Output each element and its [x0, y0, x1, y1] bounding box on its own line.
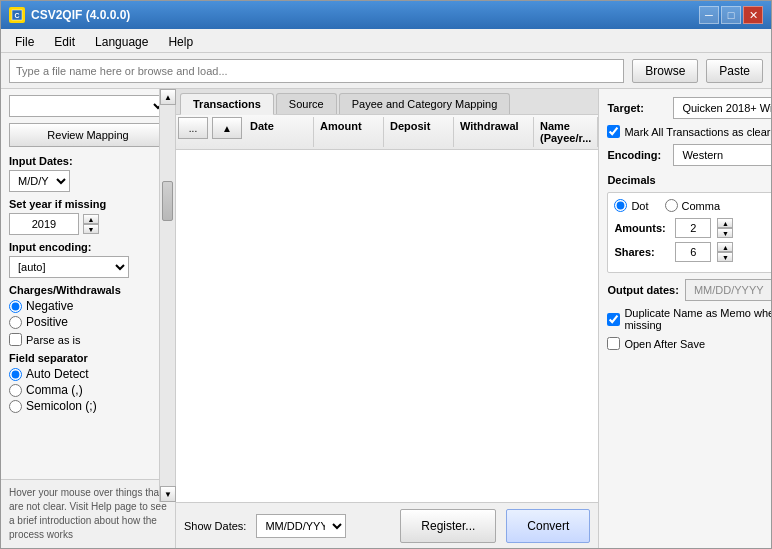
target-dropdown[interactable]: Quicken 2018+ Win	[673, 97, 771, 119]
encoding-right-label: Encoding:	[607, 149, 667, 161]
shares-input[interactable]: 6	[675, 242, 711, 262]
dot-radio[interactable]	[614, 199, 627, 212]
show-dates-label: Show Dates:	[184, 520, 246, 532]
shares-down-button[interactable]: ▼	[717, 252, 733, 262]
encoding-row: [auto]	[9, 256, 167, 278]
tabs: Transactions Source Payee and Category M…	[176, 89, 598, 115]
minimize-button[interactable]: ─	[699, 6, 719, 24]
profile-dropdown[interactable]	[9, 95, 167, 117]
browse-button[interactable]: Browse	[632, 59, 698, 83]
paste-button[interactable]: Paste	[706, 59, 763, 83]
open-after-save-row: Open After Save	[607, 337, 771, 350]
positive-radio[interactable]	[9, 316, 22, 329]
review-mapping-button[interactable]: Review Mapping	[9, 123, 167, 147]
target-row: Target: Quicken 2018+ Win	[607, 97, 771, 119]
title-bar-left: C CSV2QIF (4.0.0.0)	[9, 7, 130, 23]
col-header-date: Date	[244, 117, 314, 147]
dot-label: Dot	[631, 200, 648, 212]
parse-as-is-row: Parse as is	[9, 333, 167, 346]
semicolon-label: Semicolon (;)	[26, 399, 97, 413]
semicolon-radio[interactable]	[9, 400, 22, 413]
title-bar-buttons: ─ □ ✕	[699, 6, 763, 24]
scroll-track	[160, 105, 175, 486]
output-dates-dropdown[interactable]: MM/DD/YYYY	[685, 279, 771, 301]
duplicate-name-label: Duplicate Name as Memo when missing	[624, 307, 771, 331]
decimals-label: Decimals	[607, 174, 771, 186]
menu-file[interactable]: File	[5, 31, 44, 50]
tab-payee-mapping[interactable]: Payee and Category Mapping	[339, 93, 511, 114]
positive-label: Positive	[26, 315, 68, 329]
comma-right-label: Comma	[682, 200, 721, 212]
scroll-thumb[interactable]	[162, 181, 173, 221]
left-panel-footer: Hover your mouse over things that are no…	[1, 479, 175, 548]
mark-all-checkbox[interactable]	[607, 125, 620, 138]
profile-dropdown-row	[9, 95, 167, 117]
convert-button[interactable]: Convert	[506, 509, 590, 543]
comma-radio[interactable]	[9, 384, 22, 397]
separator-radio-group: Auto Detect Comma (,) Semicolon (;)	[9, 367, 167, 413]
negative-label: Negative	[26, 299, 73, 313]
table-btn-dots[interactable]: ...	[178, 117, 208, 139]
menu-help[interactable]: Help	[158, 31, 203, 50]
col-header-name: Name (Payee/r...	[534, 117, 598, 147]
year-row: 2019 ▲ ▼	[9, 213, 167, 235]
date-format-dropdown[interactable]: M/D/Y	[9, 170, 70, 192]
year-up-button[interactable]: ▲	[83, 214, 99, 224]
auto-detect-row: Auto Detect	[9, 367, 167, 381]
menu-language[interactable]: Language	[85, 31, 158, 50]
year-input[interactable]: 2019	[9, 213, 79, 235]
semicolon-row: Semicolon (;)	[9, 399, 167, 413]
encoding-right-dropdown[interactable]: Western	[673, 144, 771, 166]
amounts-spinner: ▲ ▼	[717, 218, 733, 238]
shares-label: Shares:	[614, 246, 669, 258]
table-header: ... ▲ Date Amount Deposit Withdrawal Nam…	[176, 115, 598, 150]
negative-radio[interactable]	[9, 300, 22, 313]
target-label: Target:	[607, 102, 667, 114]
parse-as-is-checkbox[interactable]	[9, 333, 22, 346]
register-button[interactable]: Register...	[400, 509, 496, 543]
main-window: C CSV2QIF (4.0.0.0) ─ □ ✕ File Edit Lang…	[0, 0, 772, 549]
set-year-label: Set year if missing	[9, 198, 167, 210]
comma-row: Comma (,)	[9, 383, 167, 397]
amounts-up-button[interactable]: ▲	[717, 218, 733, 228]
amounts-label: Amounts:	[614, 222, 669, 234]
bottom-bar: Show Dates: MM/DD/YYYY Register... Conve…	[176, 502, 598, 548]
input-encoding-label: Input encoding:	[9, 241, 167, 253]
date-format-dropdown[interactable]: MM/DD/YYYY	[256, 514, 346, 538]
scroll-down-arrow[interactable]: ▼	[160, 486, 176, 502]
amounts-row: Amounts: 2 ▲ ▼	[614, 218, 771, 238]
open-after-save-checkbox[interactable]	[607, 337, 620, 350]
comma-radio[interactable]	[665, 199, 678, 212]
positive-radio-row: Positive	[9, 315, 167, 329]
close-button[interactable]: ✕	[743, 6, 763, 24]
file-input[interactable]	[9, 59, 624, 83]
charges-label: Charges/Withdrawals	[9, 284, 167, 296]
right-panel: Target: Quicken 2018+ Win Mark All Trans…	[599, 89, 771, 548]
encoding-row: Encoding: Western	[607, 144, 771, 166]
main-content: Review Mapping Input Dates: M/D/Y Set ye…	[1, 89, 771, 548]
tab-source[interactable]: Source	[276, 93, 337, 114]
amounts-input[interactable]: 2	[675, 218, 711, 238]
tab-transactions[interactable]: Transactions	[180, 93, 274, 115]
auto-detect-radio[interactable]	[9, 368, 22, 381]
col-header-amount: Amount	[314, 117, 384, 147]
table-area: ... ▲ Date Amount Deposit Withdrawal Nam…	[176, 115, 598, 502]
decimals-section: Dot Comma Amounts: 2 ▲ ▼ Share	[607, 192, 771, 273]
date-format-row: M/D/Y	[9, 170, 167, 192]
shares-up-button[interactable]: ▲	[717, 242, 733, 252]
comma-label: Comma (,)	[26, 383, 83, 397]
amounts-down-button[interactable]: ▼	[717, 228, 733, 238]
charges-radio-group: Negative Positive	[9, 299, 167, 329]
shares-spinner: ▲ ▼	[717, 242, 733, 262]
scroll-up-arrow[interactable]: ▲	[160, 89, 176, 105]
table-body	[176, 150, 598, 502]
year-down-button[interactable]: ▼	[83, 224, 99, 234]
maximize-button[interactable]: □	[721, 6, 741, 24]
dot-radio-label: Dot	[614, 199, 648, 212]
duplicate-name-checkbox[interactable]	[607, 313, 620, 326]
encoding-dropdown[interactable]: [auto]	[9, 256, 129, 278]
menu-edit[interactable]: Edit	[44, 31, 85, 50]
col-header-withdrawal: Withdrawal	[454, 117, 534, 147]
table-btn-up[interactable]: ▲	[212, 117, 242, 139]
input-dates-label: Input Dates:	[9, 155, 167, 167]
